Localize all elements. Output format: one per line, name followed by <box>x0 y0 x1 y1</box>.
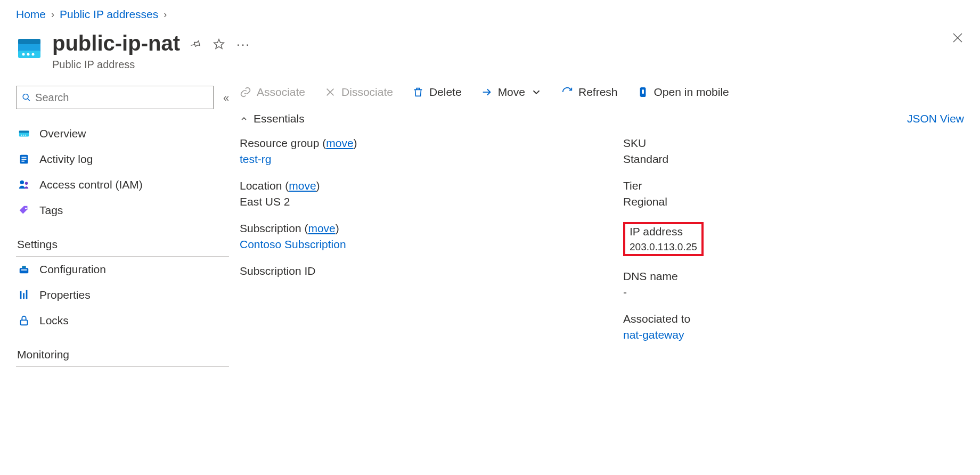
field-location: Location (move) East US 2 <box>240 179 581 208</box>
json-view-link[interactable]: JSON View <box>907 112 964 125</box>
subscription-value[interactable]: Contoso Subscription <box>240 238 346 250</box>
dissociate-button: Dissociate <box>324 86 393 99</box>
field-subscription-id: Subscription ID <box>240 265 581 277</box>
chevron-right-icon: › <box>51 9 54 20</box>
breadcrumb-home[interactable]: Home <box>16 8 46 21</box>
sidebar: « Overview Activity log Access control (… <box>16 86 229 367</box>
sidebar-item-overview[interactable]: Overview <box>16 121 229 146</box>
resource-group-move-link[interactable]: move <box>326 137 353 149</box>
chevron-down-icon <box>530 86 542 98</box>
page-subtitle: Public IP address <box>52 59 180 71</box>
associated-to-value[interactable]: nat-gateway <box>623 329 684 341</box>
sidebar-item-label: Configuration <box>39 263 106 276</box>
svg-point-9 <box>23 94 28 100</box>
svg-rect-17 <box>21 157 26 158</box>
essentials-right-column: SKU Standard Tier Regional IP address 20… <box>623 137 964 341</box>
delete-button[interactable]: Delete <box>412 86 462 99</box>
essentials-header: Essentials <box>254 112 305 125</box>
move-button[interactable]: Move <box>481 86 542 99</box>
public-ip-resource-icon <box>16 35 43 61</box>
star-icon[interactable] <box>213 38 225 50</box>
ip-address-highlight: IP address 203.0.113.0.25 <box>623 222 704 256</box>
chevron-right-icon: › <box>164 9 167 20</box>
ip-address-value: 203.0.113.0.25 <box>630 241 697 253</box>
more-icon[interactable]: ··· <box>236 37 250 52</box>
svg-point-21 <box>25 182 28 185</box>
sidebar-item-tags[interactable]: Tags <box>16 198 229 223</box>
lock-icon <box>17 315 31 326</box>
page-title: public-ip-nat <box>52 31 180 55</box>
breadcrumb-parent[interactable]: Public IP addresses <box>60 8 158 21</box>
resource-group-value[interactable]: test-rg <box>240 153 272 165</box>
toolbar-label: Delete <box>429 86 462 99</box>
tags-icon <box>17 204 31 216</box>
field-associated-to: Associated to nat-gateway <box>623 313 964 341</box>
refresh-icon <box>561 86 573 98</box>
mobile-icon <box>637 86 649 98</box>
svg-rect-29 <box>21 320 28 325</box>
subscription-move-link[interactable]: move <box>308 222 335 234</box>
overview-icon <box>17 128 31 140</box>
sidebar-item-configuration[interactable]: Configuration <box>16 257 229 282</box>
x-icon <box>324 86 336 98</box>
sidebar-item-properties[interactable]: Properties <box>16 282 229 308</box>
svg-rect-26 <box>20 291 22 299</box>
location-move-link[interactable]: move <box>289 179 316 192</box>
refresh-button[interactable]: Refresh <box>561 86 618 99</box>
svg-rect-28 <box>26 290 28 299</box>
pin-icon[interactable] <box>190 38 201 50</box>
search-input[interactable] <box>31 91 208 104</box>
toolbar-label: Refresh <box>578 86 618 99</box>
field-resource-group: Resource group (move) test-rg <box>240 137 581 166</box>
tier-value: Regional <box>623 195 964 208</box>
sidebar-item-locks[interactable]: Locks <box>16 308 229 333</box>
search-icon <box>22 93 31 102</box>
associate-button: Associate <box>240 86 305 99</box>
svg-rect-24 <box>22 266 26 268</box>
configuration-icon <box>17 264 31 275</box>
svg-point-13 <box>21 135 22 136</box>
sidebar-item-label: Properties <box>39 289 91 301</box>
sidebar-search[interactable] <box>16 86 214 109</box>
activity-log-icon <box>17 153 31 165</box>
toolbar-label: Dissociate <box>341 86 393 99</box>
svg-point-14 <box>23 135 24 136</box>
section-header-monitoring: Monitoring <box>16 339 229 367</box>
link-icon <box>240 86 251 98</box>
field-tier: Tier Regional <box>623 179 964 208</box>
svg-line-10 <box>28 99 30 101</box>
sidebar-item-label: Activity log <box>39 153 93 166</box>
field-sku: SKU Standard <box>623 137 964 166</box>
close-icon[interactable] <box>951 31 964 48</box>
svg-rect-19 <box>21 161 24 162</box>
sidebar-item-access-control[interactable]: Access control (IAM) <box>16 172 229 198</box>
svg-rect-23 <box>20 268 29 273</box>
sidebar-item-activity-log[interactable]: Activity log <box>16 146 229 172</box>
properties-icon <box>17 289 31 301</box>
svg-point-3 <box>22 53 25 56</box>
arrow-right-icon <box>481 86 493 98</box>
svg-point-15 <box>25 135 26 136</box>
sidebar-item-label: Tags <box>39 204 63 217</box>
title-block: public-ip-nat Public IP address <box>52 31 180 71</box>
open-in-mobile-button[interactable]: Open in mobile <box>637 86 729 99</box>
command-bar: Associate Dissociate Delete Move Refresh <box>240 86 964 112</box>
essentials-toggle[interactable]: Essentials <box>240 112 305 125</box>
location-value: East US 2 <box>240 195 581 208</box>
svg-rect-34 <box>641 89 644 94</box>
dns-name-value: - <box>623 286 964 299</box>
svg-point-5 <box>32 53 35 56</box>
sidebar-item-label: Overview <box>39 127 86 140</box>
resource-header: public-ip-nat Public IP address ··· <box>16 31 964 71</box>
trash-icon <box>412 86 424 98</box>
svg-marker-6 <box>214 39 224 48</box>
toolbar-label: Move <box>498 86 525 99</box>
header-actions: ··· <box>190 37 250 52</box>
sidebar-item-label: Locks <box>39 314 69 327</box>
toolbar-label: Open in mobile <box>654 86 729 99</box>
svg-point-22 <box>25 208 27 209</box>
collapse-sidebar-icon[interactable]: « <box>223 92 229 104</box>
svg-rect-12 <box>19 131 29 133</box>
svg-rect-27 <box>23 293 24 299</box>
svg-point-35 <box>642 95 643 96</box>
